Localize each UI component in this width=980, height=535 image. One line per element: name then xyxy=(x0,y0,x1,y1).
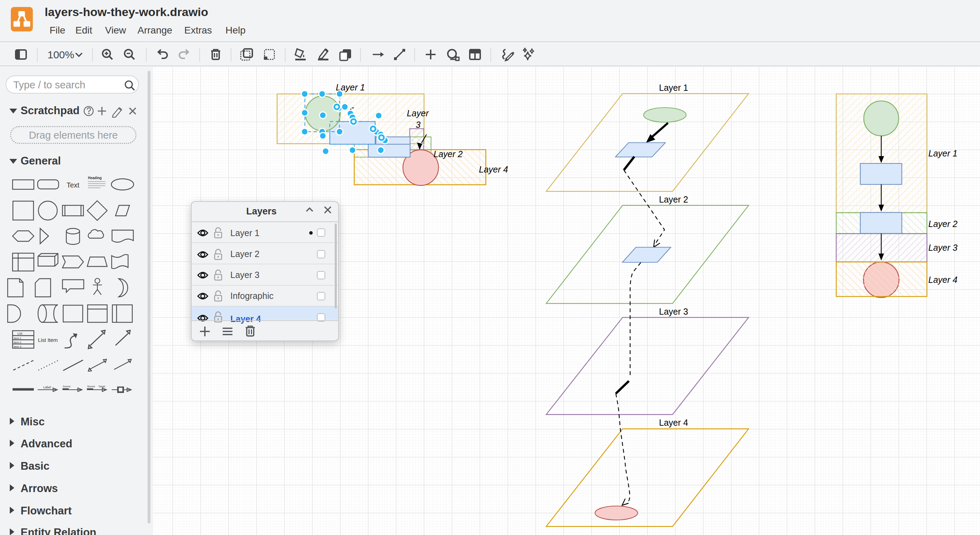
svg-text:Item 3: Item 3 xyxy=(14,345,22,348)
svg-text:Layer 3: Layer 3 xyxy=(928,243,957,252)
svg-text:Layer 4: Layer 4 xyxy=(479,164,508,174)
svg-text:Layer 1: Layer 1 xyxy=(928,149,957,158)
svg-text:Layer 2: Layer 2 xyxy=(928,219,957,229)
svg-text:Layer 2: Layer 2 xyxy=(433,149,463,159)
svg-text:3: 3 xyxy=(416,120,420,129)
svg-text:Item 2: Item 2 xyxy=(14,341,22,344)
svg-text:List: List xyxy=(18,332,23,335)
svg-text:Layer 2: Layer 2 xyxy=(659,195,688,204)
svg-text:List Item: List Item xyxy=(38,337,58,343)
svg-text:Source: Source xyxy=(63,385,70,388)
svg-text:Layer 4: Layer 4 xyxy=(928,275,957,284)
svg-text:Item 1: Item 1 xyxy=(14,337,22,340)
svg-text:Heading: Heading xyxy=(88,176,102,180)
svg-text:Layer 4: Layer 4 xyxy=(659,418,688,428)
svg-text:Layer: Layer xyxy=(407,108,429,118)
svg-text:Source: Source xyxy=(87,385,95,388)
svg-text:Label: Label xyxy=(43,385,51,389)
svg-text:Layer 3: Layer 3 xyxy=(659,307,688,316)
svg-text:Target: Target xyxy=(99,385,105,388)
svg-text:Text: Text xyxy=(67,181,80,189)
svg-text:Layer 1: Layer 1 xyxy=(659,83,688,93)
